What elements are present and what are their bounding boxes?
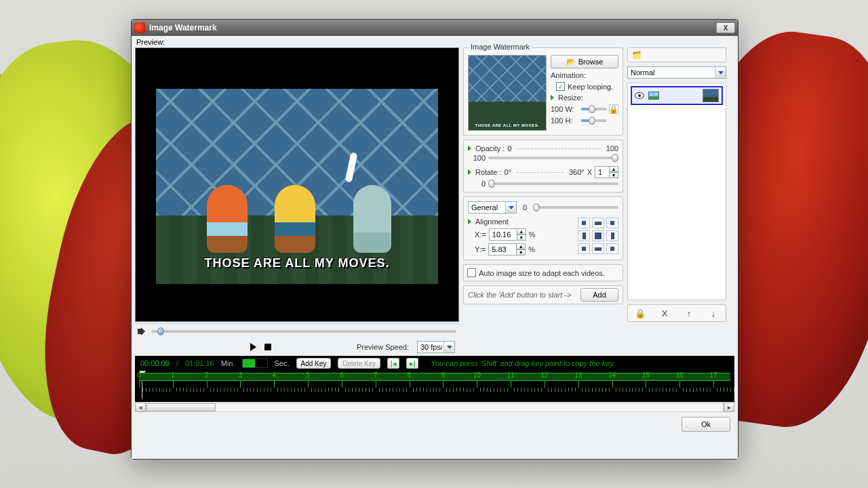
align-mr[interactable] bbox=[606, 230, 618, 241]
browse-button[interactable]: 📂 Browse bbox=[551, 55, 618, 68]
align-tl[interactable] bbox=[578, 218, 590, 228]
prev-key-button[interactable]: |◂ bbox=[387, 358, 399, 369]
chevron-down-icon bbox=[447, 346, 452, 349]
keep-looping-label: Keep looping. bbox=[568, 83, 613, 91]
keep-looping-checkbox[interactable]: ✓ bbox=[556, 82, 565, 91]
horizontal-scrollbar[interactable]: ◂ ▸ bbox=[135, 402, 734, 413]
close-button[interactable]: X bbox=[716, 22, 735, 33]
next-key-button[interactable]: ▸| bbox=[406, 358, 418, 369]
spin-up-icon[interactable]: ▲ bbox=[609, 166, 618, 172]
align-bl[interactable] bbox=[578, 243, 590, 254]
blend-mode-value[interactable] bbox=[627, 66, 726, 79]
timeline-number: 14 bbox=[608, 371, 616, 379]
move-up-icon[interactable]: ↑ bbox=[683, 308, 695, 319]
rotate-value: 0 bbox=[468, 180, 486, 188]
expand-icon bbox=[468, 146, 471, 151]
timeline-number: 15 bbox=[642, 371, 650, 379]
scroll-thumb[interactable] bbox=[146, 403, 216, 411]
seek-slider[interactable] bbox=[151, 330, 456, 333]
mode-slider[interactable] bbox=[533, 206, 618, 209]
minute-toggle[interactable] bbox=[242, 359, 268, 368]
timeline-number: 1 bbox=[171, 371, 175, 379]
visibility-icon[interactable] bbox=[635, 92, 644, 99]
align-bc[interactable] bbox=[592, 243, 604, 254]
align-y-input[interactable] bbox=[488, 243, 517, 256]
pct-label: % bbox=[528, 245, 535, 253]
align-tc[interactable] bbox=[592, 218, 604, 228]
stop-button[interactable] bbox=[264, 344, 271, 350]
expand-icon bbox=[468, 219, 471, 224]
opacity-max: 100 bbox=[606, 144, 618, 152]
spin-down-icon[interactable]: ▼ bbox=[517, 235, 526, 241]
blend-mode-select[interactable] bbox=[627, 66, 726, 79]
rotate-times-spinner[interactable]: ▲▼ bbox=[595, 166, 618, 178]
opacity-slider[interactable] bbox=[488, 157, 618, 159]
chevron-down-icon bbox=[718, 71, 724, 75]
mode-num: 0 bbox=[519, 203, 530, 211]
alignment-label: Alignment bbox=[475, 218, 509, 226]
autosize-label: Auto image size to adapt each videos. bbox=[479, 269, 605, 277]
keyframe-bar: 00:00:00 / 01:01:16 Min. Sec. Add Key De… bbox=[135, 356, 734, 371]
timeline-number: 17 bbox=[710, 371, 717, 379]
time-current: 00:00:00 bbox=[140, 359, 170, 367]
layers-icon: 🗂️ bbox=[632, 51, 642, 60]
align-x-input[interactable] bbox=[489, 228, 517, 241]
rotate-times-label: X bbox=[587, 168, 592, 176]
timeline-number: 6 bbox=[340, 371, 344, 379]
timeline-number: 16 bbox=[676, 371, 684, 379]
align-br[interactable] bbox=[606, 243, 618, 254]
add-hint: Click the 'Add' button to start -> bbox=[468, 291, 576, 299]
align-x-spinner[interactable]: ▲▼ bbox=[489, 228, 526, 241]
scroll-left-button[interactable]: ◂ bbox=[135, 403, 146, 412]
preview-label: Preview: bbox=[135, 38, 734, 47]
move-down-icon[interactable]: ↓ bbox=[707, 308, 719, 319]
preview-speed-select[interactable] bbox=[417, 341, 455, 353]
timeline-number: 0 bbox=[137, 371, 141, 379]
align-y-label: Y:= bbox=[475, 245, 486, 253]
timeline-number: 7 bbox=[374, 371, 378, 379]
timeline-number: 5 bbox=[306, 371, 310, 379]
add-key-button[interactable]: Add Key bbox=[296, 358, 332, 369]
min-label: Min. bbox=[221, 359, 235, 367]
spin-down-icon[interactable]: ▼ bbox=[609, 172, 618, 178]
rotate-slider[interactable] bbox=[488, 182, 618, 185]
scroll-right-button[interactable]: ▸ bbox=[724, 403, 734, 412]
delete-key-button[interactable]: Delete Key bbox=[338, 358, 380, 369]
volume-icon[interactable] bbox=[138, 327, 147, 336]
video-preview[interactable]: THOSE ARE ALL MY MOVES. bbox=[135, 47, 459, 322]
timeline-number: 8 bbox=[408, 371, 412, 379]
resize-h-slider[interactable] bbox=[581, 119, 607, 122]
delete-icon[interactable]: X bbox=[658, 308, 671, 319]
opacity-value: 100 bbox=[468, 154, 486, 162]
align-tr[interactable] bbox=[606, 218, 618, 228]
autosize-checkbox[interactable] bbox=[467, 268, 476, 277]
timeline-number: 13 bbox=[574, 371, 582, 379]
play-button[interactable] bbox=[250, 343, 256, 351]
align-ml[interactable] bbox=[578, 230, 590, 241]
spin-up-icon[interactable]: ▲ bbox=[517, 228, 526, 235]
layer-item[interactable] bbox=[631, 86, 723, 105]
preview-speed-label: Preview Speed: bbox=[357, 343, 409, 351]
align-mc[interactable] bbox=[592, 230, 604, 241]
spin-down-icon[interactable]: ▼ bbox=[516, 249, 526, 256]
resize-w-label: 100 W: bbox=[551, 105, 579, 113]
rotate-times-input[interactable] bbox=[595, 166, 610, 178]
spin-up-icon[interactable]: ▲ bbox=[516, 243, 526, 249]
image-layer-icon bbox=[648, 92, 659, 100]
layer-thumbnail bbox=[703, 89, 719, 102]
resize-label: Resize: bbox=[558, 94, 583, 102]
watermark-thumbnail[interactable]: THOSE ARE ALL MY MOVES. bbox=[468, 55, 547, 131]
lock-icon[interactable]: 🔒 bbox=[634, 308, 646, 319]
time-duration: 01:01:16 bbox=[185, 359, 214, 367]
mode-select[interactable] bbox=[468, 201, 517, 214]
resize-w-slider[interactable] bbox=[581, 108, 607, 110]
desktop-background: Image Watermark X Preview: bbox=[0, 0, 868, 488]
rotate-min: 0° bbox=[505, 168, 512, 176]
aspect-lock-icon[interactable]: 🔒 bbox=[609, 104, 618, 114]
timeline[interactable]: 01234567891011121314151617 bbox=[135, 371, 734, 402]
ok-button[interactable]: Ok bbox=[682, 417, 730, 432]
align-y-spinner[interactable]: ▲▼ bbox=[488, 243, 526, 256]
titlebar[interactable]: Image Watermark X bbox=[132, 20, 738, 36]
add-button[interactable]: Add bbox=[580, 288, 618, 302]
image-watermark-window: Image Watermark X Preview: bbox=[131, 19, 738, 460]
